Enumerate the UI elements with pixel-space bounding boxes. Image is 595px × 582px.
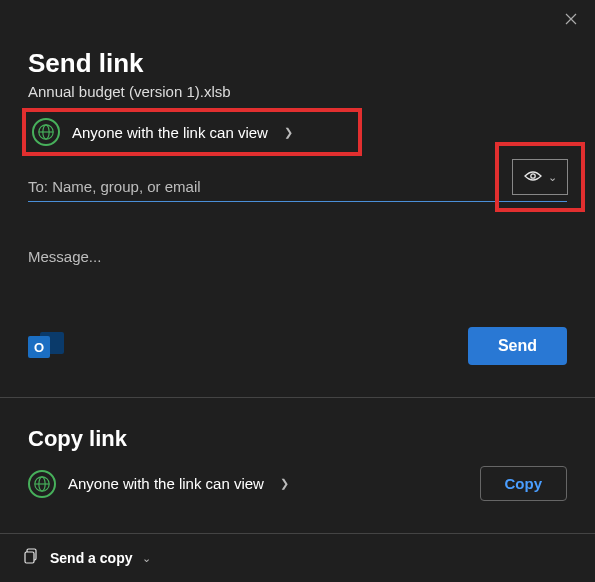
- permission-text: Anyone with the link can view: [72, 124, 268, 141]
- copy-pages-icon: [24, 548, 40, 568]
- highlight-view-options-box: ⌄: [495, 142, 585, 212]
- globe-icon: [32, 118, 60, 146]
- outlook-icon[interactable]: O: [28, 328, 64, 364]
- globe-icon: [28, 470, 56, 498]
- chevron-down-icon: ⌄: [548, 171, 557, 184]
- svg-point-3: [530, 174, 534, 178]
- message-input[interactable]: [28, 242, 567, 271]
- chevron-down-icon: ⌄: [142, 552, 151, 565]
- chevron-right-icon: ❯: [284, 126, 293, 139]
- copy-permission-text: Anyone with the link can view: [68, 475, 264, 492]
- send-button[interactable]: Send: [468, 327, 567, 365]
- close-icon: [565, 12, 577, 28]
- copy-permission-selector[interactable]: Anyone with the link can view ❯: [28, 470, 289, 498]
- highlight-permission-box: Anyone with the link can view ❯: [22, 108, 362, 156]
- filename-label: Annual budget (version 1).xlsb: [28, 83, 567, 100]
- close-button[interactable]: [559, 8, 583, 32]
- send-a-copy-label: Send a copy: [50, 550, 132, 566]
- dialog-title: Send link: [28, 48, 567, 79]
- eye-icon: [524, 168, 542, 186]
- permission-selector[interactable]: Anyone with the link can view ❯: [32, 118, 293, 146]
- send-a-copy-button[interactable]: Send a copy ⌄: [0, 533, 595, 582]
- recipient-input[interactable]: [28, 172, 567, 202]
- view-permission-dropdown[interactable]: ⌄: [512, 159, 568, 195]
- copy-button[interactable]: Copy: [480, 466, 568, 501]
- chevron-right-icon: ❯: [280, 477, 289, 490]
- copy-link-title: Copy link: [28, 426, 567, 452]
- svg-rect-8: [25, 552, 34, 563]
